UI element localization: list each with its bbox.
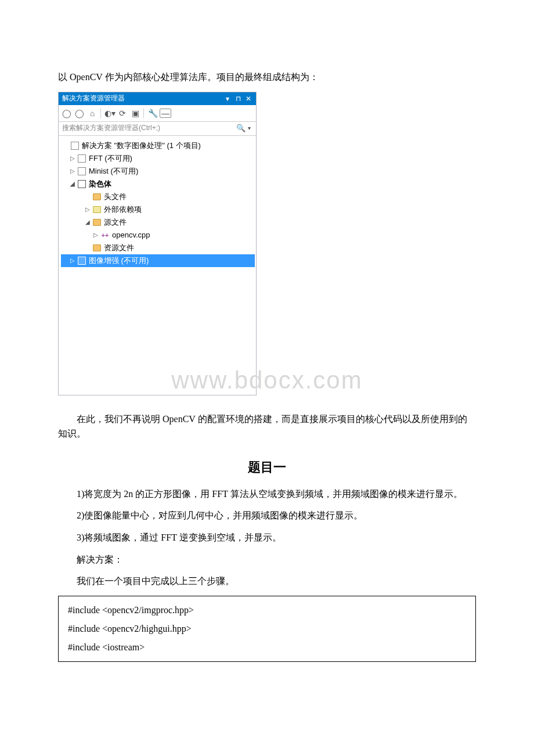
solution-label: 解决方案： [58,552,476,567]
project-icon [77,154,86,163]
folder-icon [92,193,102,200]
folder-extdeps[interactable]: ▷ 外部依赖项 [61,203,255,216]
folder-sources[interactable]: ◢ 源文件 [61,216,255,229]
forward-icon[interactable]: ◯ [74,107,85,119]
step-2: 2)使图像能量中心，对应到几何中心，并用频域图像的模来进行显示。 [58,508,476,523]
tree-label: 图像增强 (不可用) [89,255,149,266]
separator [100,108,102,118]
pin-icon[interactable]: ⊓ [233,95,243,103]
document-page: 以 OpenCV 作为内部核心处理算法库。项目的最终组成结构为： 解决方案资源管… [0,0,534,697]
properties-icon[interactable]: 🔧 [147,107,158,119]
code-line: #include <iostream> [68,638,466,657]
project-bold-icon [77,180,86,188]
folder-icon [92,244,102,251]
panel-toolbar: ◯ ◯ ⌂ ◐▾ ⟳ ▣ 🔧 — [59,105,256,122]
separator [143,108,145,118]
tree-label: 源文件 [104,217,127,228]
view-buttons-icon[interactable]: — [160,109,171,118]
solution-note: 我们在一个项目中完成以上三个步骤。 [58,574,476,589]
panel-search[interactable]: 搜索解决方案资源管理器(Ctrl+;) 🔍 ▾ [59,122,256,136]
tree-label: FFT (不可用) [89,153,132,164]
close-icon[interactable]: ✕ [243,95,254,103]
tree-label: 解决方案 "数字图像处理" (1 个项目) [82,141,201,151]
project-icon [77,257,86,265]
solution-tree: 解决方案 "数字图像处理" (1 个项目) ▷ FFT (不可用) ▷ Mini… [59,136,256,267]
step-3: 3)将频域图象，通过 FFT 逆变换到空域，并显示。 [58,530,476,545]
intro-text: 以 OpenCV 作为内部核心处理算法库。项目的最终组成结构为： [58,70,476,85]
project-icon [77,167,86,175]
expander-collapsed-icon[interactable]: ▷ [69,257,76,264]
file-opencv-cpp[interactable]: ▷ ++ opencv.cpp [61,229,255,242]
tree-label: 外部依赖项 [104,204,142,215]
expander-collapsed-icon[interactable]: ▷ [69,168,76,174]
expander-collapsed-icon[interactable]: ▷ [84,206,91,213]
after-panel-text: 在此，我们不再说明 OpenCV 的配置环境的搭建，而是直接展示项目的核心代码以… [58,412,476,441]
step-1: 1)将宽度为 2n 的正方形图像，用 FFT 算法从空域变换到频域，并用频域图像… [58,487,476,502]
tree-label: Minist (不可用) [89,166,138,177]
solution-node[interactable]: 解决方案 "数字图像处理" (1 个项目) [61,139,255,152]
cpp-file-icon: ++ [100,232,110,239]
tree-label: 头文件 [104,192,127,202]
tree-label: 染色体 [89,179,111,189]
panel-title: 解决方案资源管理器 [62,93,222,103]
dropdown-icon[interactable]: ▾ [222,95,233,103]
search-dropdown-icon[interactable]: ▾ [246,125,252,131]
search-icon[interactable]: 🔍 [236,124,246,132]
panel-empty-area [59,267,256,395]
search-placeholder: 搜索解决方案资源管理器(Ctrl+;) [62,123,236,133]
expander-expanded-icon[interactable]: ◢ [69,181,76,187]
folder-icon [92,219,102,226]
expander-expanded-icon[interactable]: ◢ [84,219,91,225]
project-fft[interactable]: ▷ FFT (不可用) [61,152,255,165]
sync-icon[interactable]: ◐▾ [104,107,116,119]
refresh-icon[interactable]: ⟳ [117,107,128,119]
back-icon[interactable]: ◯ [61,107,73,119]
project-chrom[interactable]: ◢ 染色体 [61,178,255,190]
expander-collapsed-icon[interactable]: ▷ [92,232,99,238]
tree-label: 资源文件 [104,243,134,253]
solution-explorer-panel: 解决方案资源管理器 ▾ ⊓ ✕ ◯ ◯ ⌂ ◐▾ ⟳ ▣ 🔧 — 搜索解决方案资… [58,92,257,395]
code-block: #include <opencv2/imgproc.hpp> #include … [58,596,476,662]
expander-collapsed-icon[interactable]: ▷ [69,155,76,161]
folder-ext-icon [92,206,102,213]
project-minist[interactable]: ▷ Minist (不可用) [61,165,255,178]
collapse-icon[interactable]: ▣ [129,107,141,119]
home-icon[interactable]: ⌂ [86,107,98,119]
code-line: #include <opencv2/highgui.hpp> [68,620,466,638]
folder-headers[interactable]: 头文件 [61,190,255,203]
tree-label: opencv.cpp [112,231,150,239]
folder-resources[interactable]: 资源文件 [61,242,255,254]
panel-titlebar: 解决方案资源管理器 ▾ ⊓ ✕ [59,92,256,105]
code-line: #include <opencv2/imgproc.hpp> [68,601,466,620]
solution-icon [70,142,80,150]
section-heading: 题目一 [58,459,476,476]
project-enhance-selected[interactable]: ▷ 图像增强 (不可用) [61,254,255,267]
